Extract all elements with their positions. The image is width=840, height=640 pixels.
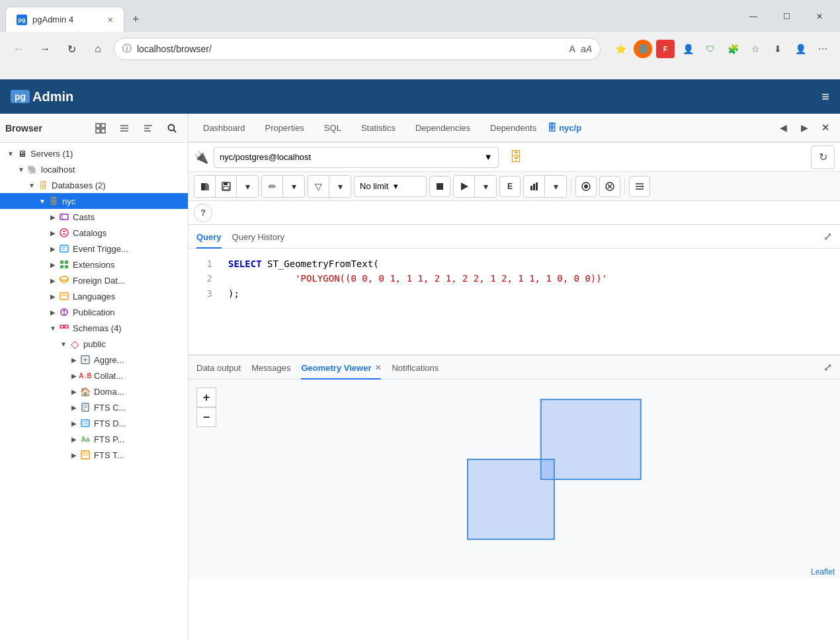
tab-next-button[interactable]: ▶ [795,118,814,137]
tab-messages[interactable]: Messages [251,358,290,380]
run-dropdown-button[interactable]: ▾ [475,176,496,197]
ext-icon-1[interactable]: ⭐ [611,40,630,58]
tree-item-collations[interactable]: ▶ A↓B Collat... [0,368,188,383]
tree-item-public[interactable]: ▼ ◇ public [0,336,188,352]
code-line-1: SELECT ST_GeometryFromText( [228,257,829,271]
tab-dependents[interactable]: Dependents [481,118,546,140]
tab-properties[interactable]: Properties [256,118,314,140]
tab-close-active[interactable]: ✕ [816,118,835,137]
save-file-button[interactable] [216,176,237,197]
forward-button[interactable]: → [34,38,56,60]
macro-button[interactable] [629,176,650,197]
zoom-in-button[interactable]: + [196,387,216,407]
query-history-tab[interactable]: Query History [232,227,284,249]
editor-tabs: Query Query History ⤢ [189,225,840,249]
close-button[interactable]: ✕ [804,7,835,26]
chart-dropdown-button[interactable]: ▾ [545,176,566,197]
query-tab[interactable]: Query [196,227,222,249]
help-button[interactable]: ? [194,204,212,222]
save-dropdown-button[interactable]: ▾ [237,176,258,197]
minimize-button[interactable]: — [738,7,769,26]
tree-item-event-triggers[interactable]: ▶ Event Trigge... [0,241,188,257]
hamburger-menu[interactable]: ≡ [821,89,829,104]
ext-icon-5[interactable]: 🛡 [701,40,720,58]
line-number-3: 3 [199,286,212,301]
browser-tab[interactable]: pg pgAdmin 4 × [5,7,124,32]
tree-item-foreign-data[interactable]: ▶ Foreign Dat... [0,272,188,288]
chevron-right-icon: ▶ [69,434,79,444]
tab-statistics[interactable]: Statistics [352,118,405,140]
tree-item-schemas[interactable]: ▼ Schemas (4) [0,320,188,336]
tree-item-languages[interactable]: ▶ Languages [0,288,188,304]
refresh-connection-button[interactable]: ↻ [811,145,835,169]
ext-icon-2[interactable]: 🌐 [634,40,652,58]
ext-icon-3[interactable]: F [656,40,675,58]
tree-item-fts-config[interactable]: ▶ FTS C... [0,399,188,415]
search-button[interactable] [161,118,183,139]
tree-item-fts-parser[interactable]: ▶ Aa FTS P... [0,431,188,447]
refresh-button[interactable]: ↻ [61,38,82,60]
tab-close-button[interactable]: × [108,15,113,25]
new-tab-button[interactable]: + [124,7,147,32]
sidebar-tool-3[interactable] [138,118,159,139]
back-button[interactable]: ← [8,38,29,60]
address-bar[interactable]: ⓘ localhost/browser/ A aA [114,38,601,60]
tree-item-extensions[interactable]: ▶ Extensions [0,257,188,272]
translate-icon[interactable]: A [569,44,575,54]
tab-sql[interactable]: SQL [315,118,351,140]
maximize-button[interactable]: ☐ [771,7,802,26]
tab-dashboard[interactable]: Dashboard [194,118,255,140]
tab-notifications[interactable]: Notifications [392,358,439,380]
stop-button[interactable] [429,176,450,197]
connection-select[interactable]: nyc/postgres@localhost ▼ [214,147,499,168]
ext-icon-4[interactable]: 👤 [679,40,697,58]
code-editor[interactable]: 1 2 3 SELECT ST_GeometryFromText( 'POLYG… [189,249,840,354]
tab-prev-button[interactable]: ◀ [774,118,792,137]
run-button[interactable] [454,176,475,197]
filter-dropdown-button[interactable]: ▾ [329,176,351,197]
tree-item-servers[interactable]: ▼ 🖥 Servers (1) [0,145,188,161]
tree-item-databases[interactable]: ▼ 🗄 Databases (2) [0,177,188,193]
line-number-1: 1 [199,257,212,271]
filter-button[interactable]: ▽ [308,176,329,197]
edit-button-group: ✏ ▾ [261,175,305,198]
tree-item-casts[interactable]: ▶ Casts [0,209,188,225]
tab-geometry-viewer[interactable]: Geometry Viewer ✕ [301,358,381,380]
sidebar-tool-1[interactable] [90,118,111,139]
expand-editor-button[interactable]: ⤢ [823,230,832,248]
edit-button[interactable]: ✏ [262,176,283,197]
tree-item-publication[interactable]: ▶ Publication [0,304,188,320]
open-file-button[interactable] [194,176,216,197]
active-tab-label[interactable]: 🗄 nyc/p [547,122,581,133]
tree-item-localhost[interactable]: ▼ 🐘 localhost [0,161,188,177]
results-expand-button[interactable]: ⤢ [823,361,832,379]
settings-icon[interactable]: ⋯ [814,40,832,58]
download-icon[interactable]: ⬇ [769,40,787,58]
tree-item-catalogs[interactable]: ▶ Catalogs [0,225,188,241]
zoom-out-button[interactable]: − [196,407,216,427]
tab-dependencies[interactable]: Dependencies [406,118,480,140]
leaflet-credit[interactable]: Leaflet [811,567,835,577]
tree-item-domains[interactable]: ▶ 🏠 Doma... [0,383,188,399]
commit-button[interactable] [575,176,597,197]
explain-button[interactable]: E [499,176,521,197]
tree-item-nyc[interactable]: ▼ 🗄 nyc [0,193,188,209]
chart-button[interactable] [524,176,545,197]
rollback-button[interactable] [599,176,620,197]
reader-icon[interactable]: aA [581,44,592,54]
svg-rect-28 [65,325,68,328]
home-button[interactable]: ⌂ [87,38,108,60]
geometry-viewer-close-button[interactable]: ✕ [375,364,381,372]
sidebar-tool-2[interactable] [114,118,135,139]
edit-dropdown-button[interactable]: ▾ [283,176,304,197]
db-server-icon: 🗄 [504,145,528,169]
tree-item-fts-dict[interactable]: ▶ FTS D... [0,415,188,431]
code-content[interactable]: SELECT ST_GeometryFromText( 'POLYGON((0 … [228,257,829,346]
ext-icon-6[interactable]: 🧩 [724,40,742,58]
limit-select[interactable]: No limit ▾ [354,176,427,197]
tree-item-fts-template[interactable]: ▶ FTS T... [0,447,188,463]
tree-item-aggregates[interactable]: ▶ Aggre... [0,352,188,368]
favorites-icon[interactable]: ☆ [746,40,765,58]
profile-icon[interactable]: 👤 [791,40,810,58]
tab-data-output[interactable]: Data output [196,358,241,380]
